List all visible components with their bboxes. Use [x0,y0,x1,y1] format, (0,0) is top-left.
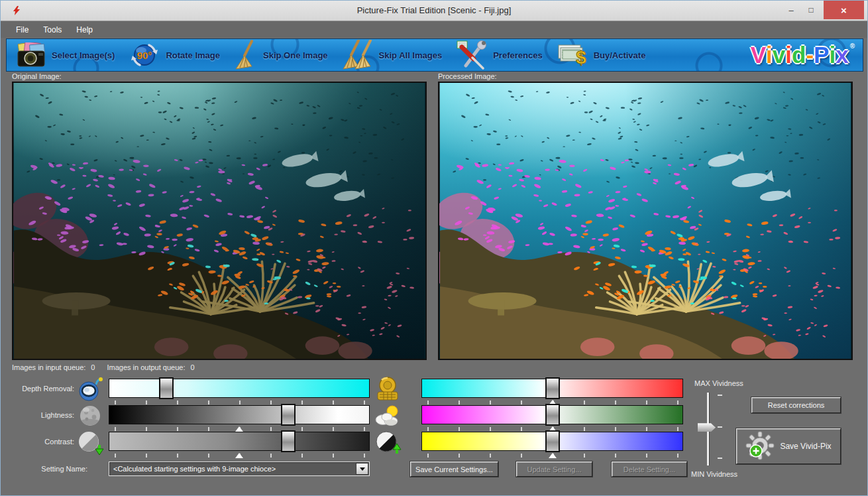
slider-tick [364,454,365,458]
slider-marker [235,453,243,458]
setting-name-value: <Calculated starting settings with 9-ima… [113,462,276,475]
contrast-up-icon [372,429,403,456]
slider-tick [615,401,616,404]
depth-removal-slider-thumb[interactable] [159,377,174,399]
contrast-slider-thumb[interactable] [281,430,296,452]
save-current-settings-button[interactable]: Save Current Settings... [410,462,498,477]
max-vividness-label: MAX Vividness [694,379,743,387]
slider-tick [459,427,460,431]
slider-tick [615,454,616,458]
original-image [12,82,427,360]
slider-tick [490,401,491,404]
lightness-label: Lightness: [6,411,74,419]
sun-cloud-icon [372,403,403,429]
original-image-label: Original Image: [12,72,62,80]
cyan-red-slider-thumb[interactable] [545,377,560,399]
slider-tick [301,401,303,404]
output-queue-label: Images in output queue: [107,363,185,371]
slider-tick [364,401,365,404]
slider-tick [615,427,616,431]
slider-tick [646,401,647,404]
slider-tick [459,454,460,458]
reset-corrections-button[interactable]: Reset corrections [751,397,841,413]
slider-tick [270,454,272,458]
slider-tick [146,454,147,458]
slider-tick [239,401,241,404]
yellow-blue-slider-thumb[interactable] [545,430,560,452]
slider-tick [146,427,147,431]
slider-tick [490,427,491,431]
slider-tick [521,454,522,458]
slider-tick [177,454,178,458]
slider-tick [208,427,209,431]
slider-tick [584,454,585,458]
save-vivid-pix-label: Save Vivid-Pix [780,442,831,451]
depth-removal-slider[interactable] [109,379,370,398]
delete-setting-button[interactable]: Delete Setting... [612,462,687,477]
slider-tick [364,427,365,431]
slider-tick [177,427,178,431]
vividness-slider[interactable] [707,393,710,465]
slider-tick [677,454,678,458]
vividness-slider-thumb[interactable] [698,423,716,432]
contrast-label: Contrast: [6,438,74,446]
slider-tick [115,454,116,458]
slider-tick [677,427,678,431]
update-setting-button[interactable]: Update Setting... [516,462,592,477]
slider-tick [270,427,272,431]
lightness-slider[interactable] [109,405,370,424]
input-queue-value: 0 [91,363,95,371]
slider-tick [427,401,429,404]
slider-tick [521,401,522,404]
magenta-green-slider-thumb[interactable] [545,404,560,426]
contrast-down-icon [75,429,105,456]
dive-helmet-icon [372,376,403,403]
slider-tick [208,401,209,404]
cyan-red-slider[interactable] [421,379,683,398]
lightness-slider-thumb[interactable] [281,404,296,426]
input-queue-label: Images in input queue: [12,363,85,371]
slider-tick [301,454,303,458]
slider-tick [646,427,647,431]
dropdown-arrow-icon[interactable] [356,463,368,475]
slider-tick [521,427,522,431]
slider-tick [333,454,334,458]
slider-tick [677,401,678,404]
magenta-green-slider[interactable] [421,405,683,424]
slider-tick [115,427,116,431]
vividness-tick [718,426,722,428]
processed-image-label: Processed Image: [438,72,497,80]
min-vividness-label: MIN Vividness [691,470,737,478]
slider-tick [115,401,116,404]
slider-tick [427,454,429,458]
slider-tick [177,401,178,404]
yellow-blue-slider[interactable] [421,432,683,451]
contrast-slider[interactable] [109,432,370,451]
slider-tick [490,454,491,458]
output-queue-value: 0 [190,363,194,371]
gear-plus-icon [745,431,775,462]
vividness-tick [718,395,722,396]
slider-tick [270,401,272,404]
dive-mask-icon [75,376,105,403]
slider-tick [301,427,303,431]
save-vivid-pix-button[interactable]: Save Vivid-Pix [736,428,841,464]
slider-tick [459,401,460,404]
slider-tick [427,427,429,431]
processed-image [438,82,853,360]
queue-status: Images in input queue:0Images in output … [12,363,195,371]
setting-name-label: Setting Name: [6,465,87,473]
depth-removal-label: Depth Removal: [6,385,74,393]
slider-tick [584,401,585,404]
setting-name-select[interactable]: <Calculated starting settings with 9-ima… [109,462,370,476]
main-area: Original Image: Processed Image: Images … [1,1,867,495]
slider-tick [208,454,209,458]
slider-tick [146,401,147,404]
slider-marker [235,426,243,432]
slider-tick [333,427,334,431]
slider-marker [549,453,557,458]
app-window: Picture-Fix Trial Edition [Scenic - Fiji… [0,0,868,496]
slider-tick [646,454,647,458]
moon-icon [75,403,105,429]
vividness-tick [718,458,722,459]
